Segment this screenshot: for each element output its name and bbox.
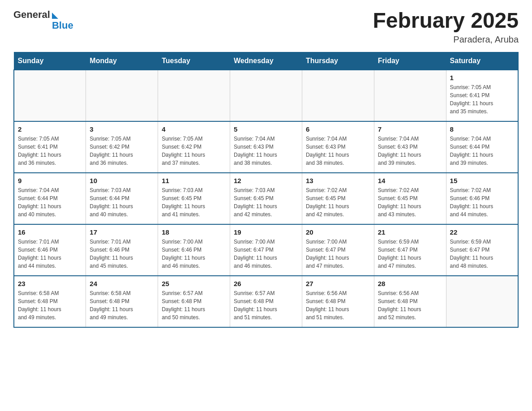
day-number: 8 xyxy=(450,125,514,133)
calendar-day-cell xyxy=(14,70,86,121)
day-number: 26 xyxy=(234,280,298,287)
day-info: Sunrise: 7:04 AMSunset: 6:44 PMDaylight:… xyxy=(18,186,82,218)
day-info-line: Sunrise: 7:00 AM xyxy=(162,239,202,245)
day-info-line: Sunset: 6:45 PM xyxy=(162,195,202,201)
day-info-line: Sunset: 6:48 PM xyxy=(162,298,202,304)
day-info-line: Daylight: 11 hours xyxy=(90,306,133,313)
day-number: 5 xyxy=(234,125,298,133)
day-info-line: and 47 minutes. xyxy=(306,263,344,269)
day-info-line: Sunrise: 6:59 AM xyxy=(378,239,419,245)
day-info-line: Sunset: 6:41 PM xyxy=(450,92,490,98)
day-info-line: Daylight: 11 hours xyxy=(450,152,493,158)
day-info-line: Sunset: 6:47 PM xyxy=(378,247,418,253)
day-info-line: Daylight: 11 hours xyxy=(306,152,349,158)
calendar-day-cell: 12Sunrise: 7:03 AMSunset: 6:45 PMDayligh… xyxy=(230,173,302,224)
day-info-line: and 37 minutes. xyxy=(162,160,200,166)
calendar-day-cell xyxy=(302,70,374,121)
day-info-line: Sunset: 6:43 PM xyxy=(234,144,274,150)
day-info-line: Sunset: 6:48 PM xyxy=(90,298,129,304)
day-info-line: Sunrise: 7:03 AM xyxy=(234,187,275,193)
day-info-line: Sunrise: 7:03 AM xyxy=(90,187,130,193)
calendar-day-cell xyxy=(158,70,230,121)
day-info-line: Sunset: 6:47 PM xyxy=(450,247,490,253)
calendar-week-row: 16Sunrise: 7:01 AMSunset: 6:46 PMDayligh… xyxy=(14,224,518,276)
day-info-line: Daylight: 11 hours xyxy=(234,203,277,210)
day-info-line: Sunrise: 6:59 AM xyxy=(450,239,491,245)
day-info-line: Daylight: 11 hours xyxy=(18,203,61,210)
logo: General General Blue xyxy=(13,9,73,31)
day-info-line: Sunset: 6:44 PM xyxy=(450,144,490,150)
day-info-line: Sunset: 6:41 PM xyxy=(18,144,58,150)
day-number: 24 xyxy=(90,280,154,287)
calendar-day-cell: 5Sunrise: 7:04 AMSunset: 6:43 PMDaylight… xyxy=(230,121,302,173)
day-info-line: Daylight: 11 hours xyxy=(378,255,421,261)
day-info-line: and 50 minutes. xyxy=(162,314,200,321)
day-number: 14 xyxy=(378,177,442,184)
day-info-line: Daylight: 11 hours xyxy=(90,255,133,261)
day-info-line: and 40 minutes. xyxy=(90,211,128,218)
day-info-line: Sunrise: 7:02 AM xyxy=(450,187,491,193)
day-info: Sunrise: 7:03 AMSunset: 6:45 PMDaylight:… xyxy=(234,186,298,218)
day-info-line: Daylight: 11 hours xyxy=(162,306,205,313)
day-info-line: Daylight: 11 hours xyxy=(306,306,349,313)
day-info-line: Daylight: 11 hours xyxy=(162,203,205,210)
day-info-line: Sunrise: 7:04 AM xyxy=(378,136,419,142)
calendar-day-cell: 24Sunrise: 6:58 AMSunset: 6:48 PMDayligh… xyxy=(86,276,158,327)
day-info: Sunrise: 7:05 AMSunset: 6:41 PMDaylight:… xyxy=(18,135,82,167)
logo-general-text: General xyxy=(13,9,50,21)
day-info-line: and 49 minutes. xyxy=(90,314,128,321)
calendar-day-cell xyxy=(230,70,302,121)
calendar-day-cell: 6Sunrise: 7:04 AMSunset: 6:43 PMDaylight… xyxy=(302,121,374,173)
day-info: Sunrise: 6:59 AMSunset: 6:47 PMDaylight:… xyxy=(378,238,442,270)
calendar-day-cell: 10Sunrise: 7:03 AMSunset: 6:44 PMDayligh… xyxy=(86,173,158,224)
day-info-line: Sunrise: 7:02 AM xyxy=(306,187,347,193)
day-info-line: Sunset: 6:48 PM xyxy=(306,298,346,304)
day-info-line: Daylight: 11 hours xyxy=(90,152,133,158)
day-info-line: Daylight: 11 hours xyxy=(450,203,493,210)
calendar-table: SundayMondayTuesdayWednesdayThursdayFrid… xyxy=(13,52,519,328)
calendar-day-cell: 11Sunrise: 7:03 AMSunset: 6:45 PMDayligh… xyxy=(158,173,230,224)
calendar-day-cell: 17Sunrise: 7:01 AMSunset: 6:46 PMDayligh… xyxy=(86,224,158,276)
day-info: Sunrise: 6:56 AMSunset: 6:48 PMDaylight:… xyxy=(306,289,370,321)
day-info: Sunrise: 6:57 AMSunset: 6:48 PMDaylight:… xyxy=(234,289,298,321)
day-info-line: Sunset: 6:46 PM xyxy=(18,247,58,253)
day-info-line: Sunset: 6:44 PM xyxy=(90,195,129,201)
day-info-line: and 48 minutes. xyxy=(450,263,488,269)
day-info-line: Daylight: 11 hours xyxy=(18,255,61,261)
day-info-line: Sunrise: 7:05 AM xyxy=(90,136,130,142)
day-number: 7 xyxy=(378,125,442,133)
weekday-header-sunday: Sunday xyxy=(14,52,86,70)
day-info-line: Sunset: 6:45 PM xyxy=(306,195,346,201)
day-info-line: and 36 minutes. xyxy=(90,160,128,166)
day-info-line: Sunset: 6:42 PM xyxy=(162,144,202,150)
calendar-week-row: 23Sunrise: 6:58 AMSunset: 6:48 PMDayligh… xyxy=(14,276,518,327)
day-info-line: and 49 minutes. xyxy=(18,314,56,321)
weekday-header-wednesday: Wednesday xyxy=(230,52,302,70)
day-info-line: Daylight: 11 hours xyxy=(18,152,61,158)
day-number: 21 xyxy=(378,228,442,236)
day-info: Sunrise: 6:59 AMSunset: 6:47 PMDaylight:… xyxy=(450,238,514,270)
day-info-line: Sunset: 6:43 PM xyxy=(378,144,418,150)
day-info-line: Daylight: 11 hours xyxy=(306,203,349,210)
weekday-header-tuesday: Tuesday xyxy=(158,52,230,70)
logo-triangle-icon xyxy=(52,13,58,19)
day-info-line: and 51 minutes. xyxy=(234,314,272,321)
day-info-line: Sunset: 6:47 PM xyxy=(306,247,346,253)
day-info-line: Sunset: 6:42 PM xyxy=(90,144,129,150)
day-info-line: Sunrise: 7:01 AM xyxy=(90,239,130,245)
day-info-line: and 38 minutes. xyxy=(234,160,272,166)
day-info-line: Sunset: 6:48 PM xyxy=(18,298,58,304)
day-info-line: Daylight: 11 hours xyxy=(378,152,421,158)
day-info-line: and 47 minutes. xyxy=(378,263,416,269)
calendar-day-cell: 21Sunrise: 6:59 AMSunset: 6:47 PMDayligh… xyxy=(374,224,446,276)
day-info-line: Sunrise: 6:57 AM xyxy=(234,290,275,296)
day-info-line: Daylight: 11 hours xyxy=(162,152,205,158)
calendar-day-cell: 1Sunrise: 7:05 AMSunset: 6:41 PMDaylight… xyxy=(446,70,518,121)
day-info: Sunrise: 7:04 AMSunset: 6:43 PMDaylight:… xyxy=(306,135,370,167)
calendar-day-cell: 16Sunrise: 7:01 AMSunset: 6:46 PMDayligh… xyxy=(14,224,86,276)
calendar-day-cell: 4Sunrise: 7:05 AMSunset: 6:42 PMDaylight… xyxy=(158,121,230,173)
day-info-line: Sunrise: 7:00 AM xyxy=(306,239,347,245)
weekday-header-friday: Friday xyxy=(374,52,446,70)
calendar-day-cell: 9Sunrise: 7:04 AMSunset: 6:44 PMDaylight… xyxy=(14,173,86,224)
day-info-line: Daylight: 11 hours xyxy=(234,152,277,158)
